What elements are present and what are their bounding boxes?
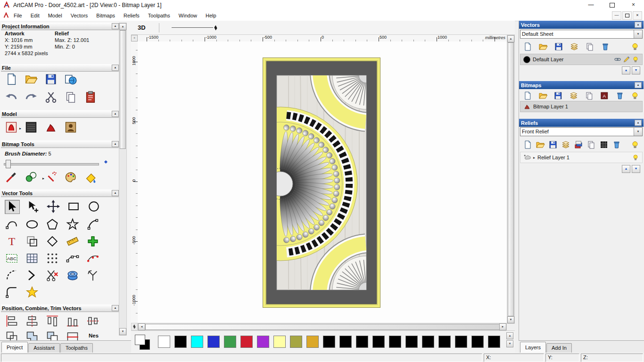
curve-fit-icon[interactable] <box>86 252 100 265</box>
arc-tool-icon[interactable] <box>86 218 100 231</box>
menu-model[interactable]: Model <box>44 11 66 21</box>
view-3d-button[interactable]: 3D <box>135 24 149 31</box>
extrude-icon[interactable] <box>66 269 80 282</box>
new-file-icon[interactable] <box>523 140 532 149</box>
flyout-arrow-icon[interactable]: ▸ <box>42 176 44 181</box>
align-top-icon[interactable] <box>45 314 59 327</box>
ellipse-tool-icon[interactable] <box>25 218 39 231</box>
color-swatch-8[interactable] <box>290 336 302 348</box>
color-swatch-14[interactable] <box>389 336 401 348</box>
move-layer-up-button[interactable]: ▲ <box>622 165 630 173</box>
bulb-icon[interactable] <box>630 91 640 100</box>
paint-brush-icon[interactable] <box>5 171 18 184</box>
canvas-horizontal-scrollbar[interactable]: ◄ ► <box>138 323 507 330</box>
save-icon[interactable] <box>554 42 563 51</box>
spray-icon[interactable] <box>44 171 58 184</box>
new-file-icon[interactable] <box>523 42 532 51</box>
paint-selective-icon[interactable] <box>25 171 38 184</box>
redo-icon[interactable] <box>25 90 38 104</box>
menu-vectors[interactable]: Vectors <box>66 11 92 21</box>
color-swatch-4[interactable] <box>224 336 236 348</box>
circle-tool-icon[interactable] <box>87 200 101 213</box>
collapse-section-button[interactable]: ▲ <box>112 141 119 147</box>
color-swatch-13[interactable] <box>372 336 385 348</box>
dropdown-arrow-icon[interactable]: ▼ <box>634 128 642 136</box>
color-swatch-3[interactable] <box>207 336 220 348</box>
brush-diameter-slider[interactable] <box>4 163 99 165</box>
collapse-section-button[interactable]: ▲ <box>635 120 642 126</box>
color-swatch-9[interactable] <box>306 336 319 348</box>
weld-icon[interactable] <box>25 330 39 340</box>
menu-file[interactable]: File <box>9 11 26 21</box>
star-wizard-icon[interactable] <box>25 286 39 299</box>
move-layer-down-button[interactable]: ▼ <box>632 165 640 173</box>
transform-cursor-icon[interactable] <box>26 200 40 213</box>
doc-restore-button[interactable] <box>622 11 632 20</box>
align-left-icon[interactable] <box>5 314 19 327</box>
freehand-smoothing-control[interactable] <box>172 25 218 31</box>
menu-window[interactable]: Window <box>174 11 201 21</box>
collapse-section-button[interactable]: ▲ <box>112 65 119 71</box>
open-folder-icon[interactable] <box>538 91 548 100</box>
align-bottom-icon[interactable] <box>66 314 80 327</box>
color-swatch-1[interactable] <box>174 336 187 348</box>
dot-array-icon[interactable] <box>45 252 59 265</box>
fillet-icon[interactable] <box>5 286 19 299</box>
paste-icon[interactable] <box>64 90 77 104</box>
drawing-canvas[interactable] <box>138 41 507 323</box>
expand-arrow-icon[interactable]: ▸ <box>533 156 535 160</box>
notes-icon[interactable] <box>84 90 97 104</box>
menu-edit[interactable]: Edit <box>26 11 44 21</box>
grid-tool-icon[interactable] <box>25 252 39 265</box>
doc-minimize-button[interactable]: — <box>612 11 621 20</box>
minimize-button[interactable]: — <box>580 0 602 10</box>
palette-icon[interactable] <box>64 171 77 184</box>
delete-icon[interactable] <box>612 140 621 149</box>
direction-icon[interactable] <box>25 269 39 282</box>
polygon-tool-icon[interactable] <box>45 218 59 231</box>
maximize-button[interactable] <box>602 0 623 10</box>
stamp-letter-icon[interactable]: A <box>600 91 609 100</box>
copy-icon[interactable] <box>585 42 594 51</box>
scroll-down-button[interactable]: ▼ <box>507 316 514 323</box>
align-center-icon[interactable] <box>25 314 39 327</box>
tab-layers[interactable]: Layers <box>520 342 546 353</box>
bitmap-layer-row[interactable]: Bitmap Layer 1 <box>520 101 643 112</box>
layer-bulb-icon[interactable] <box>632 56 639 63</box>
stack-icon[interactable] <box>570 42 579 51</box>
color-swatch-0[interactable] <box>158 336 170 348</box>
star-tool-icon[interactable] <box>66 218 80 231</box>
node-edit-icon[interactable] <box>66 252 80 265</box>
scroll-right-button[interactable]: ► <box>499 323 506 330</box>
palette-scroll-down-button[interactable]: ▼ <box>506 340 513 347</box>
open-folder-icon[interactable] <box>25 73 38 86</box>
trim-vectors-icon[interactable] <box>45 269 59 282</box>
collapse-section-button[interactable]: ▲ <box>635 22 642 28</box>
color-swatch-12[interactable] <box>356 336 368 348</box>
color-swatch-2[interactable] <box>191 336 203 348</box>
color-swatch-17[interactable] <box>438 336 451 348</box>
copy-icon[interactable] <box>585 91 594 100</box>
vector-layer-row[interactable]: Default Layer <box>520 54 643 65</box>
copy-icon[interactable] <box>586 140 596 149</box>
paste-vector-icon[interactable] <box>86 235 100 248</box>
delete-icon[interactable] <box>601 42 610 51</box>
edit-color-icon[interactable] <box>623 56 630 63</box>
new-file-icon[interactable] <box>523 91 532 100</box>
open-folder-icon[interactable] <box>536 140 545 149</box>
move-layer-down-button[interactable]: ▼ <box>632 66 640 74</box>
subtract-icon[interactable] <box>45 330 59 340</box>
bulb-icon[interactable] <box>630 42 640 51</box>
menu-help[interactable]: Help <box>201 11 221 21</box>
image-icon[interactable] <box>64 121 77 134</box>
menu-bitmaps[interactable]: Bitmaps <box>92 11 119 21</box>
model-editor-icon[interactable] <box>5 121 18 134</box>
menu-toolpaths[interactable]: Toolpaths <box>144 11 174 21</box>
color-picker-icon[interactable] <box>135 335 150 350</box>
save-icon[interactable] <box>44 73 58 86</box>
freehand-tool-icon[interactable] <box>5 218 19 231</box>
export-model-icon[interactable] <box>64 73 77 86</box>
collapse-section-button[interactable]: ▲ <box>112 190 119 196</box>
color-swatch-11[interactable] <box>339 336 352 348</box>
save-icon[interactable] <box>553 91 563 100</box>
